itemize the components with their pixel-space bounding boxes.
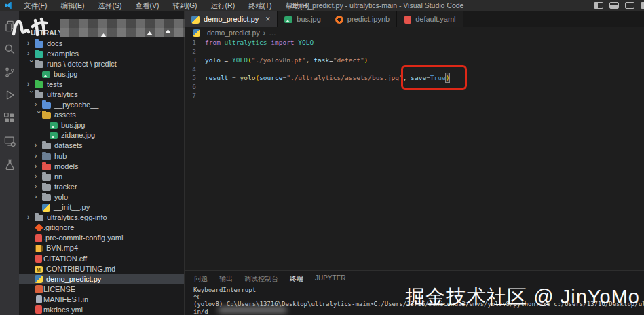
tab-demo-predict-py[interactable]: demo_predict.py× bbox=[185, 11, 278, 27]
yaml-icon bbox=[35, 305, 42, 314]
tree-item-license[interactable]: LICENSE bbox=[19, 284, 184, 294]
chevron-right-icon: › bbox=[35, 142, 42, 149]
folder-icon bbox=[35, 51, 43, 58]
toggle-secondary-sidebar-icon[interactable] bbox=[625, 2, 634, 9]
tree-item-runs-detect-predict[interactable]: ›runs \ detect \ predict bbox=[19, 58, 184, 69]
folder-icon bbox=[42, 184, 51, 191]
code-line: 4 bbox=[185, 64, 644, 73]
tree-item-label: mkdocs.yml bbox=[43, 305, 83, 314]
chevron-right-icon: › bbox=[35, 163, 42, 170]
panel-tab-终端[interactable]: 终端 bbox=[290, 274, 303, 284]
line-number: 7 bbox=[185, 91, 205, 100]
extensions-icon[interactable] bbox=[3, 111, 16, 125]
code-token: YOLO bbox=[298, 38, 314, 47]
tree-item-bvn-mp4[interactable]: BVN.mp4 bbox=[19, 243, 184, 253]
tree-item-label: .gitignore bbox=[43, 223, 74, 231]
python-icon bbox=[42, 204, 50, 212]
tab-default-yaml[interactable]: default.yaml bbox=[397, 11, 463, 27]
tree-item-tracker[interactable]: ›tracker bbox=[19, 181, 184, 191]
tree-item-label: examples bbox=[47, 50, 79, 58]
panel-tab-JUPYTER[interactable]: JUPYTER bbox=[315, 274, 346, 284]
tree-item-examples[interactable]: ›examples bbox=[19, 48, 184, 58]
tree-item-nn[interactable]: ›nn bbox=[19, 171, 184, 181]
code-token: "detect" bbox=[333, 56, 364, 64]
tab-bus-jpg[interactable]: bus.jpg bbox=[278, 11, 328, 27]
remote-explorer-icon[interactable] bbox=[3, 134, 16, 148]
code-editor[interactable]: 1from ultralytics import YOLO23yolo = YO… bbox=[185, 38, 644, 270]
panel-tab-问题[interactable]: 问题 bbox=[194, 274, 208, 284]
code-token: from bbox=[205, 38, 225, 47]
line-number: 4 bbox=[185, 64, 205, 73]
code-line: 7 bbox=[185, 91, 644, 100]
tree-item-models[interactable]: ›models bbox=[19, 161, 184, 171]
breadcrumb-separator-icon: › bbox=[263, 29, 266, 37]
breadcrumb[interactable]: demo_predict.py › … bbox=[185, 27, 644, 38]
code-token: source bbox=[259, 73, 282, 82]
chevron-right-icon: › bbox=[35, 193, 42, 200]
toggle-primary-sidebar-icon[interactable] bbox=[594, 2, 603, 9]
tree-item-datasets[interactable]: ›datasets bbox=[19, 141, 184, 151]
tree-item-citation-cff[interactable]: CITATION.cff bbox=[19, 253, 184, 263]
code-token: yolo bbox=[205, 56, 221, 64]
tree-item--gitignore[interactable]: .gitignore bbox=[19, 223, 184, 233]
tree-item-ultralytics[interactable]: ›ultralytics bbox=[19, 89, 184, 99]
tab-label: bus.jpg bbox=[297, 15, 320, 23]
tree-item-zidane-jpg[interactable]: zidane.jpg bbox=[19, 130, 184, 141]
menu-item[interactable]: 运行(R) bbox=[205, 0, 242, 11]
tree-item--init-py[interactable]: __init__.py bbox=[19, 202, 184, 212]
testing-icon[interactable] bbox=[3, 158, 16, 171]
file-tree: ›docs›examples›runs \ detect \ predictbu… bbox=[19, 38, 184, 315]
python-icon bbox=[191, 16, 200, 24]
panel-tab-调试控制台[interactable]: 调试控制台 bbox=[244, 274, 278, 284]
tree-item-ultralytics-egg-info[interactable]: ›ultralytics.egg-info bbox=[19, 212, 184, 223]
tree-item-hub[interactable]: ›hub bbox=[19, 151, 184, 161]
menu-item[interactable]: 转到(G) bbox=[166, 0, 203, 11]
menu-item[interactable]: 终端(T) bbox=[242, 0, 278, 11]
image-icon bbox=[50, 132, 58, 139]
tree-item-tests[interactable]: ›tests bbox=[19, 79, 184, 89]
code-token: result bbox=[205, 73, 228, 82]
tree-item-label: ultralytics bbox=[47, 90, 78, 98]
menu-item[interactable]: 选择(S) bbox=[92, 0, 128, 11]
tree-item-manifest-in[interactable]: MANIFEST.in bbox=[19, 294, 184, 304]
folder-icon bbox=[42, 164, 51, 170]
folder-icon bbox=[42, 194, 51, 201]
tab-label: demo_predict.py bbox=[204, 15, 259, 23]
search-icon[interactable] bbox=[3, 42, 16, 56]
chevron-right-icon: › bbox=[27, 214, 35, 221]
yaml-icon bbox=[404, 16, 411, 24]
tab-predict-ipynb[interactable]: predict.ipynb bbox=[328, 11, 397, 27]
tree-item-label: hub bbox=[54, 152, 67, 160]
tree-item--pre-commit-config-yaml[interactable]: .pre-commit-config.yaml bbox=[19, 233, 184, 243]
panel-tab-输出[interactable]: 输出 bbox=[219, 274, 233, 284]
tree-item-assets[interactable]: ›assets bbox=[19, 110, 184, 120]
tree-item-yolo[interactable]: ›yolo bbox=[19, 191, 184, 202]
tree-item-label: zidane.jpg bbox=[61, 131, 95, 139]
jupyter-icon bbox=[335, 16, 343, 24]
tree-item-mkdocs-yml[interactable]: mkdocs.yml bbox=[19, 304, 184, 314]
tree-item-demo-predict-py[interactable]: demo_predict.py bbox=[19, 274, 184, 284]
close-icon[interactable]: × bbox=[265, 14, 270, 24]
panel-tab-bar: 问题输出调试控制台终端JUPYTER bbox=[185, 271, 644, 284]
tree-item-bus-jpg[interactable]: bus.jpg bbox=[19, 120, 184, 130]
code-line: 1from ultralytics import YOLO bbox=[185, 38, 644, 47]
source-control-icon[interactable] bbox=[3, 65, 16, 79]
menu-item[interactable]: 查看(V) bbox=[129, 0, 165, 11]
manifest-icon bbox=[36, 295, 42, 303]
tree-item-label: models bbox=[54, 162, 78, 170]
tree-item-label: datasets bbox=[54, 141, 83, 149]
customize-layout-icon[interactable] bbox=[641, 2, 644, 9]
chevron-down-icon: › bbox=[28, 60, 35, 67]
code-token: "./ultralytics/assets/bus.jpg" bbox=[286, 73, 403, 82]
tree-item--pycache-[interactable]: ›__pycache__ bbox=[19, 100, 184, 110]
tree-item-bus-jpg[interactable]: bus.jpg bbox=[19, 69, 184, 79]
chevron-right-icon: › bbox=[27, 40, 35, 47]
tree-item-contributing-md[interactable]: CONTRIBUTING.md bbox=[19, 263, 184, 274]
activity-bar bbox=[0, 11, 19, 315]
run-and-debug-icon[interactable] bbox=[3, 88, 16, 102]
toggle-panel-icon[interactable] bbox=[609, 2, 619, 9]
tree-item-label: __init__.py bbox=[54, 203, 90, 211]
code-token: = bbox=[221, 56, 232, 64]
video-icon bbox=[35, 245, 43, 252]
tree-item-label: tracker bbox=[54, 183, 77, 191]
